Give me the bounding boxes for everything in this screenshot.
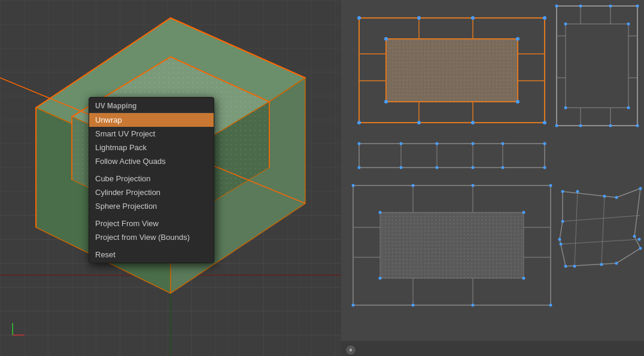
svg-point-92	[384, 100, 388, 104]
menu-item-project-from-view-bounds[interactable]: Project from View (Bounds)	[89, 230, 214, 244]
svg-point-152	[379, 211, 382, 214]
svg-point-147	[549, 184, 552, 187]
svg-point-111	[636, 124, 639, 127]
svg-point-150	[472, 304, 475, 307]
svg-point-121	[358, 142, 361, 145]
menu-item-cylinder-projection[interactable]: Cylinder Projection	[89, 185, 214, 199]
svg-point-173	[561, 220, 564, 223]
svg-point-148	[352, 304, 355, 307]
uv-editor	[341, 0, 644, 356]
svg-point-131	[502, 166, 505, 169]
svg-point-112	[564, 23, 567, 26]
svg-point-106	[609, 5, 612, 8]
svg-point-161	[561, 190, 564, 193]
context-menu: UV Mapping Unwrap Smart UV Project Light…	[89, 97, 214, 263]
svg-point-127	[358, 166, 361, 169]
svg-point-86	[357, 121, 361, 124]
svg-point-130	[472, 166, 475, 169]
svg-point-107	[636, 5, 639, 8]
menu-item-smart-uv[interactable]: Smart UV Project	[89, 127, 214, 141]
svg-point-109	[579, 124, 582, 127]
svg-point-83	[417, 16, 421, 20]
svg-point-84	[471, 16, 475, 20]
svg-point-149	[412, 304, 415, 307]
menu-item-lightmap[interactable]: Lightmap Pack	[89, 141, 214, 154]
svg-point-115	[627, 107, 630, 109]
svg-point-155	[523, 277, 525, 280]
svg-rect-176	[341, 341, 644, 356]
svg-point-144	[352, 184, 355, 187]
svg-point-88	[471, 121, 475, 124]
svg-point-175	[638, 238, 641, 241]
svg-point-165	[639, 187, 642, 190]
svg-point-132	[543, 166, 546, 169]
svg-point-129	[436, 166, 439, 169]
menu-title: UV Mapping	[89, 99, 214, 113]
menu-item-cube-projection[interactable]: Cube Projection	[89, 172, 214, 185]
svg-point-169	[600, 263, 603, 266]
svg-point-171	[564, 265, 567, 268]
svg-point-104	[555, 5, 558, 8]
svg-point-166	[633, 235, 636, 238]
svg-point-146	[472, 184, 475, 187]
svg-point-82	[357, 16, 361, 20]
svg-point-93	[516, 100, 520, 104]
svg-point-85	[543, 16, 546, 20]
svg-point-128	[400, 166, 403, 169]
svg-point-89	[543, 121, 546, 124]
menu-item-follow-active-quads[interactable]: Follow Active Quads	[89, 154, 214, 168]
svg-point-122	[400, 142, 403, 145]
axis-indicator	[10, 320, 28, 338]
svg-point-151	[549, 304, 552, 307]
svg-point-110	[609, 124, 612, 127]
svg-point-145	[412, 184, 415, 187]
svg-point-153	[523, 211, 525, 214]
svg-rect-81	[386, 39, 518, 102]
svg-point-87	[417, 121, 421, 124]
svg-rect-135	[380, 212, 524, 278]
svg-point-113	[627, 23, 630, 26]
menu-item-project-from-view[interactable]: Project From View	[89, 217, 214, 230]
svg-point-124	[472, 142, 475, 145]
svg-point-108	[555, 124, 558, 127]
svg-point-163	[603, 195, 606, 198]
svg-point-154	[379, 277, 382, 280]
svg-point-114	[564, 107, 567, 109]
svg-point-90	[384, 37, 388, 41]
svg-point-168	[615, 262, 618, 265]
menu-item-unwrap[interactable]: Unwrap	[89, 113, 214, 127]
svg-point-162	[576, 190, 579, 193]
svg-point-167	[639, 247, 642, 250]
svg-point-164	[615, 196, 618, 199]
viewport-3d: UV Mapping Unwrap Smart UV Project Light…	[0, 0, 341, 356]
svg-point-170	[573, 265, 576, 268]
menu-item-reset[interactable]: Reset	[89, 248, 214, 261]
svg-point-123	[436, 142, 439, 145]
menu-item-sphere-projection[interactable]: Sphere Projection	[89, 199, 214, 213]
svg-point-174	[560, 243, 563, 246]
svg-point-125	[502, 142, 505, 145]
svg-point-126	[543, 142, 546, 145]
svg-point-105	[579, 5, 582, 8]
svg-point-172	[558, 238, 561, 241]
uv-svg	[341, 0, 644, 356]
svg-point-91	[516, 37, 520, 41]
